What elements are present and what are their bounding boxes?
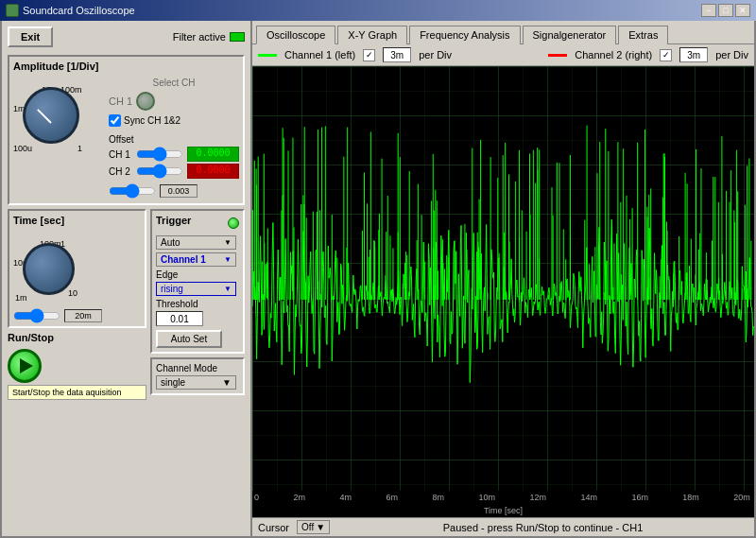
ch1-text: CH 1 (109, 95, 132, 107)
x-label-0: 0 (254, 493, 259, 502)
cursor-arrow: ▼ (316, 522, 325, 532)
close-button[interactable]: ✕ (735, 4, 750, 17)
time-title: Time [sec] (13, 215, 141, 226)
trigger-column: Trigger Auto ▼ Channel 1 ▼ Edge rising (150, 209, 245, 400)
edge-title: Edge (156, 269, 239, 280)
ch1-offset-label: CH 1 (109, 149, 132, 160)
trigger-auto-dropdown[interactable]: Auto ▼ (156, 235, 236, 250)
edge-arrow: ▼ (224, 285, 232, 293)
time-section: Time [sec] 100m 1 10m 1m 10 20m (8, 209, 146, 328)
ch2-config-label: Channel 2 (right) (575, 49, 652, 61)
amplitude-knob[interactable] (23, 87, 79, 144)
channel-mode-section: Channel Mode single ▼ (150, 357, 245, 395)
ch2-offset-slider[interactable] (136, 165, 183, 177)
title-bar: Soundcard Oszilloscope − □ ✕ (0, 0, 756, 21)
x-label-18m: 18m (682, 493, 699, 502)
main-container: Exit Filter active Amplitude [1/Div] 10m… (0, 21, 756, 538)
run-stop-title: Run/Stop (8, 332, 146, 343)
trigger-auto-label: Auto (161, 237, 180, 248)
offset-title: Offset (109, 134, 239, 145)
channel-mode-dropdown[interactable]: single ▼ (156, 375, 236, 390)
sync-label: Sync CH 1&2 (124, 115, 180, 126)
amp-label-100u: 100u (13, 144, 32, 153)
tab-frequency-analysis[interactable]: Frequency Analysis (409, 26, 520, 44)
ch1-checkbox[interactable]: ✓ (363, 49, 375, 61)
ch2-color-line (548, 54, 567, 57)
ch1-indicator[interactable] (136, 92, 155, 111)
tab-xy-graph[interactable]: X-Y Graph (337, 26, 407, 44)
trigger-auto-arrow: ▼ (224, 238, 232, 247)
exit-button[interactable]: Exit (8, 26, 53, 47)
trigger-header: Trigger (156, 215, 239, 232)
filter-active-label: Filter active (173, 31, 226, 43)
run-stop-button[interactable] (8, 349, 42, 383)
cursor-value: Off (301, 522, 314, 532)
channel-config-row: Channel 1 (left) ✓ per Div Channel 2 (ri… (252, 44, 754, 66)
tab-signalgenerator[interactable]: Signalgenerator (523, 26, 617, 44)
sync-checkbox[interactable]: Sync CH 1&2 (109, 114, 239, 127)
app-icon (6, 4, 19, 17)
filter-led (230, 32, 245, 42)
trigger-led (228, 217, 239, 229)
amplitude-right: Select CH CH 1 Sync CH 1&2 Offset CH 1 (109, 78, 239, 200)
auto-set-button[interactable]: Auto Set (156, 330, 222, 348)
ch1-offset-value[interactable]: 0.0000 (187, 147, 239, 162)
x-label-8m: 8m (432, 493, 444, 502)
bottom-bar: Cursor Off ▼ Paused - press Run/Stop to … (252, 517, 754, 536)
trigger-channel-dropdown[interactable]: Channel 1 ▼ (156, 252, 236, 267)
x-label-2m: 2m (293, 493, 305, 502)
ch1-per-div-label: per Div (419, 49, 452, 61)
amplitude-section: Amplitude [1/Div] 10m 100m 1m 100u 1 Sel… (8, 55, 245, 205)
ch1-color-line (258, 54, 277, 57)
tabs-row: Oscilloscope X-Y Graph Frequency Analysi… (252, 21, 754, 44)
edge-label: rising (161, 284, 183, 294)
middle-left: Time [sec] 100m 1 10m 1m 10 20m (8, 209, 146, 400)
ch1-offset-slider[interactable] (136, 148, 183, 160)
ch2-checkbox[interactable]: ✓ (660, 49, 672, 61)
amp-value-row: 0.003 (109, 184, 239, 198)
trigger-channel-label: Channel 1 (161, 254, 206, 265)
time-knob-area: 100m 1 10m 1m 10 (13, 232, 89, 307)
right-panel: Oscilloscope X-Y Graph Frequency Analysi… (252, 21, 754, 536)
amplitude-knob-area: 10m 100m 1m 100u 1 (13, 78, 103, 163)
ch2-per-div-input[interactable] (679, 47, 708, 62)
trigger-title: Trigger (156, 215, 191, 226)
x-label-4m: 4m (339, 493, 352, 502)
channel-mode-value: single (161, 377, 185, 388)
amp-label-1: 1 (77, 144, 82, 153)
trigger-section: Trigger Auto ▼ Channel 1 ▼ Edge rising (150, 209, 245, 354)
maximize-button[interactable]: □ (718, 4, 733, 17)
ch1-per-div-input[interactable] (383, 47, 411, 62)
time-knob[interactable] (23, 243, 75, 295)
minimize-button[interactable]: − (701, 4, 716, 17)
time-value-display: 20m (64, 309, 102, 322)
trigger-channel-arrow: ▼ (224, 255, 232, 264)
run-stop-section: Run/Stop Start/Stop the data aquisition (8, 332, 146, 400)
x-label-14m: 14m (580, 493, 597, 502)
sync-check-input[interactable] (109, 114, 121, 127)
amplitude-title: Amplitude [1/Div] (13, 61, 239, 72)
x-axis-title: Time [sec] (252, 504, 754, 517)
x-label-20m: 20m (733, 493, 750, 502)
channel-mode-title: Channel Mode (156, 363, 239, 373)
x-label-16m: 16m (631, 493, 648, 502)
ch1-config-label: Channel 1 (left) (284, 49, 355, 61)
filter-active-indicator: Filter active (173, 31, 245, 43)
threshold-input[interactable] (156, 311, 203, 326)
select-ch-label: Select CH (109, 78, 239, 88)
ch2-offset-value[interactable]: 0.0000 (187, 164, 239, 179)
ch2-per-div-label: per Div (715, 49, 748, 61)
tab-extras[interactable]: Extras (618, 26, 668, 44)
time-slider[interactable] (13, 310, 60, 321)
threshold-title: Threshold (156, 299, 239, 309)
play-icon (20, 358, 33, 373)
x-axis-labels: 0 2m 4m 6m 8m 10m 12m 14m 16m 18m 20m (252, 491, 754, 504)
title-bar-left: Soundcard Oszilloscope (6, 4, 135, 17)
amp-slider[interactable] (109, 185, 156, 197)
tab-oscilloscope[interactable]: Oscilloscope (256, 26, 335, 44)
offset-area: Offset CH 1 0.0000 CH 2 0.0000 (109, 134, 239, 181)
x-label-6m: 6m (386, 493, 398, 502)
ch2-offset-label: CH 2 (109, 166, 132, 177)
cursor-dropdown[interactable]: Off ▼ (297, 520, 330, 534)
edge-dropdown[interactable]: rising ▼ (156, 282, 236, 296)
